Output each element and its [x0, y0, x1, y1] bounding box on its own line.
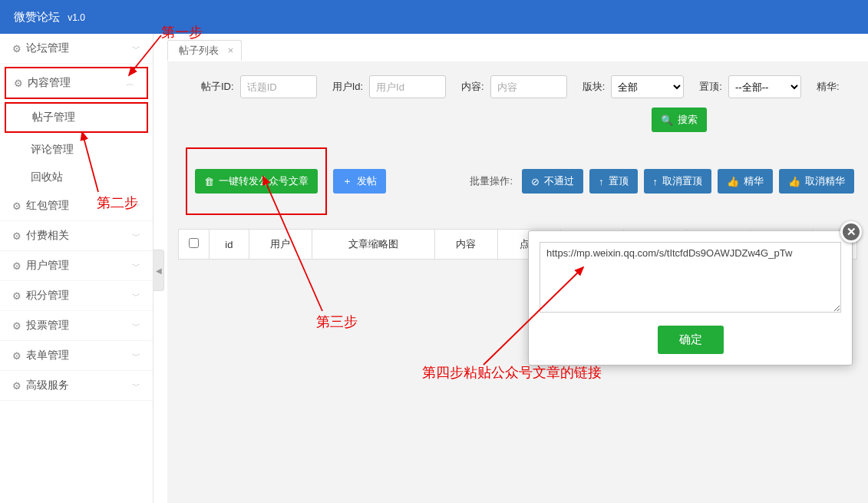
sidebar-item-label: 积分管理: [26, 289, 69, 303]
sidebar-item-label: 用户管理: [26, 259, 69, 273]
sidebar-sub-comment[interactable]: 评论管理: [0, 136, 153, 164]
col-id: id: [210, 230, 249, 260]
sidebar-sub-post[interactable]: 帖子管理: [6, 104, 147, 131]
sidebar-item-label: 帖子管理: [32, 111, 75, 123]
button-label: 取消置顶: [662, 174, 702, 188]
sidebar-item-forum[interactable]: 论坛管理 ﹀: [0, 34, 153, 64]
essence-button[interactable]: 👍 精华: [718, 169, 773, 194]
sidebar-item-redpacket[interactable]: 红包管理 ﹀: [0, 191, 153, 221]
search-row: 🔍 搜索: [167, 108, 868, 141]
reject-button[interactable]: ⊘ 不通过: [522, 169, 583, 194]
sticky-button[interactable]: ↑ 置顶: [589, 169, 638, 194]
button-label: 一键转发公众号文章: [219, 174, 309, 188]
filter-label-board: 版块:: [583, 80, 606, 94]
sidebar-item-label: 回收站: [31, 170, 63, 183]
thumbs-up-icon: 👍: [727, 176, 739, 187]
sidebar-item-user[interactable]: 用户管理 ﹀: [0, 251, 153, 281]
plus-icon: ＋: [342, 174, 352, 188]
sidebar-item-payment[interactable]: 付费相关 ﹀: [0, 221, 153, 251]
unessence-button[interactable]: 👍 取消精华: [779, 169, 854, 194]
sidebar-item-points[interactable]: 积分管理 ﹀: [0, 281, 153, 311]
user-id-input[interactable]: [369, 75, 446, 98]
sidebar-item-label: 表单管理: [26, 349, 69, 362]
chevron-down-icon: ﹀: [132, 230, 140, 242]
app-title: 微赞论坛: [14, 10, 60, 23]
trash-icon: 🗑: [204, 176, 214, 187]
annotation-highlight-content: 内容管理 ︿: [5, 67, 148, 99]
bulk-label: 批量操作:: [470, 174, 513, 188]
sidebar-item-label: 投票管理: [26, 319, 69, 333]
sidebar: 论坛管理 ﹀ 内容管理 ︿ 帖子管理 评论管理 回收站 红包管理 ﹀ 付费相关 …: [0, 34, 153, 503]
button-label: 发帖: [357, 174, 377, 188]
unsticky-button[interactable]: ↑ 取消置顶: [644, 169, 712, 194]
annotation-highlight-forward: 🗑 一键转发公众号文章: [186, 147, 327, 215]
arrow-up-icon: ↑: [599, 176, 604, 187]
dialog-close-button[interactable]: ✕: [840, 221, 862, 243]
sidebar-item-label: 论坛管理: [26, 41, 69, 55]
action-bar: 🗑 一键转发公众号文章 ＋ 发帖 批量操作: ⊘ 不通过 ↑ 置顶 ↑ 取消置顶…: [167, 141, 868, 221]
col-content: 内容: [434, 230, 497, 260]
chevron-down-icon: ﹀: [132, 260, 140, 272]
filter-bar: 帖子ID: 用户Id: 内容: 版块: 全部 置顶: --全部-- 精华:: [167, 75, 868, 108]
sidebar-item-label: 高级服务: [26, 379, 69, 392]
sidebar-item-vote[interactable]: 投票管理 ﹀: [0, 311, 153, 341]
sidebar-item-label: 评论管理: [31, 143, 74, 155]
button-label: 不通过: [544, 174, 574, 188]
search-icon: 🔍: [661, 114, 673, 126]
board-select[interactable]: 全部: [611, 75, 684, 98]
chevron-down-icon: ﹀: [132, 350, 140, 362]
sidebar-item-advanced[interactable]: 高级服务 ﹀: [0, 371, 153, 401]
chevron-down-icon: ﹀: [132, 200, 140, 212]
url-textarea[interactable]: [540, 242, 841, 313]
tab-bar: 帖子列表 ×: [167, 40, 242, 61]
post-id-input[interactable]: [240, 75, 317, 98]
col-user: 用户: [249, 230, 312, 260]
sidebar-sub-recycle[interactable]: 回收站: [0, 164, 153, 191]
filter-label-sticky: 置顶:: [699, 80, 722, 94]
sidebar-item-form[interactable]: 表单管理 ﹀: [0, 341, 153, 371]
filter-label-essence: 精华:: [817, 80, 840, 94]
search-button[interactable]: 🔍 搜索: [652, 108, 707, 132]
sidebar-item-label: 付费相关: [26, 229, 69, 243]
new-post-button[interactable]: ＋ 发帖: [333, 169, 386, 194]
button-label: 取消精华: [805, 174, 845, 188]
sidebar-item-label: 红包管理: [26, 199, 69, 213]
ban-icon: ⊘: [531, 176, 540, 187]
app-header: 微赞论坛 v1.0: [0, 0, 868, 34]
filter-label-content: 内容:: [461, 80, 484, 94]
col-thumb: 文章缩略图: [312, 230, 434, 260]
sidebar-collapse-handle[interactable]: ◀: [153, 250, 164, 291]
tab-post-list[interactable]: 帖子列表 ×: [167, 40, 242, 61]
app-version: v1.0: [68, 12, 85, 23]
sidebar-item-label: 内容管理: [28, 76, 71, 90]
tab-label: 帖子列表: [179, 45, 219, 56]
chevron-down-icon: ﹀: [132, 290, 140, 302]
thumbs-up-icon: 👍: [788, 176, 800, 187]
dialog-confirm-button[interactable]: 确定: [658, 326, 724, 354]
chevron-down-icon: ﹀: [132, 43, 140, 55]
chevron-down-icon: ﹀: [132, 380, 140, 392]
annotation-highlight-post: 帖子管理: [5, 102, 148, 133]
button-label: 置顶: [609, 174, 629, 188]
chevron-down-icon: ﹀: [132, 320, 140, 332]
chevron-up-icon: ︿: [126, 78, 134, 89]
forward-wechat-button[interactable]: 🗑 一键转发公众号文章: [195, 169, 318, 194]
content-input[interactable]: [490, 75, 567, 98]
button-label: 确定: [679, 333, 702, 346]
filter-label-userid: 用户Id:: [332, 80, 363, 94]
button-label: 搜索: [678, 113, 698, 127]
close-icon[interactable]: ×: [228, 45, 234, 56]
button-label: 精华: [744, 174, 764, 188]
select-all-checkbox[interactable]: [189, 238, 199, 248]
sidebar-item-content[interactable]: 内容管理 ︿: [6, 68, 147, 98]
arrow-up-icon: ↑: [653, 176, 658, 187]
filter-label-postid: 帖子ID:: [201, 80, 234, 94]
url-dialog: ✕ 确定: [528, 230, 853, 366]
sticky-select[interactable]: --全部--: [728, 75, 801, 98]
